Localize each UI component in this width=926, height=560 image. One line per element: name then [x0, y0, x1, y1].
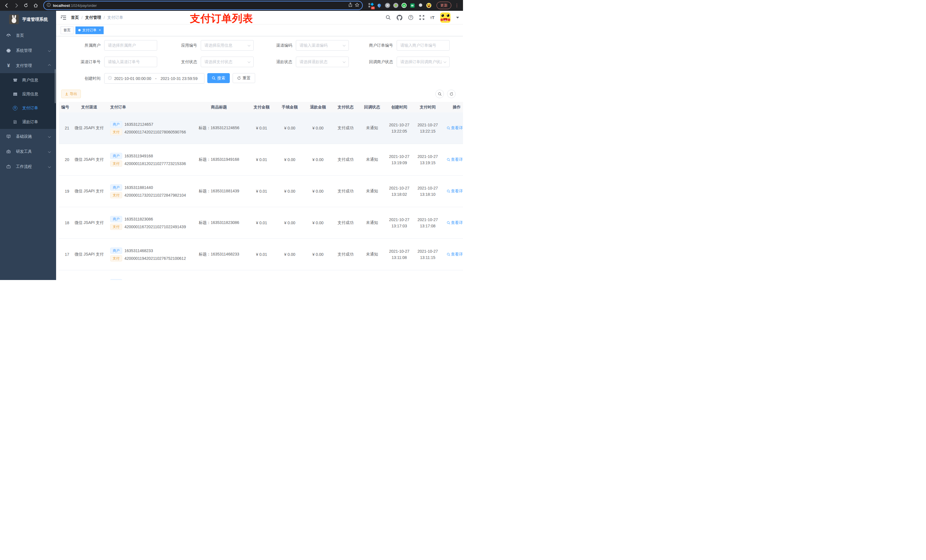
merchant-order-no: 1635311823086: [124, 217, 153, 221]
search-icon[interactable]: [386, 15, 391, 20]
extension-chat-icon[interactable]: [410, 3, 415, 8]
channel-order-no-input[interactable]: 请输入渠道订单号: [104, 57, 157, 67]
app-logo[interactable]: 芋道管理系统: [0, 11, 56, 28]
extension-command-icon[interactable]: ⌘: [385, 3, 390, 8]
fee-amount: ¥ 0.00: [275, 189, 304, 193]
channel-code-select[interactable]: 请输入渠道编码: [296, 40, 349, 51]
collapse-sidebar-icon[interactable]: [61, 15, 67, 21]
notify-status: 未通知: [359, 252, 385, 257]
pay-order-cell: 商户1635312124657 支付4200001174202110278060…: [108, 120, 191, 137]
briefcase-icon: [6, 165, 11, 169]
fee-amount: ¥ 0.00: [275, 252, 304, 257]
chrome-menu-icon[interactable]: ⋮: [454, 3, 460, 8]
help-icon[interactable]: ?: [408, 15, 413, 20]
refresh-table-button[interactable]: [447, 90, 455, 98]
merchant-select[interactable]: 请选择所属商户: [104, 40, 157, 51]
grid-icon: [12, 92, 18, 96]
github-icon[interactable]: [396, 15, 402, 21]
logo-rabbit-image: [9, 15, 19, 24]
close-tab-icon[interactable]: ×: [99, 28, 101, 32]
reset-button[interactable]: 重置: [233, 73, 255, 83]
address-bar[interactable]: localhost:1024/pay/order: [44, 2, 362, 9]
view-detail-link[interactable]: 查看详情: [447, 252, 463, 257]
pay-status: 支付成功: [332, 125, 359, 131]
extension-drop-icon[interactable]: [377, 3, 382, 8]
extension-recorder-icon[interactable]: [393, 3, 398, 8]
tag-pay-order[interactable]: 支付订单 ×: [76, 26, 104, 34]
date-range-picker[interactable]: 2021-10-01 00:00:00 - 2021-10-31 23:59:5…: [104, 73, 204, 84]
chevron-down-icon: [443, 60, 446, 63]
chevron-down-icon: [48, 135, 51, 138]
sidebar-item-app-info[interactable]: 应用信息: [0, 87, 56, 101]
table-row: 17 微信 JSAPI 支付 商户1635311468233 支付4200001…: [59, 239, 463, 270]
sidebar-item-merchant-info[interactable]: 商户信息: [0, 73, 56, 87]
search-button[interactable]: 搜索: [207, 73, 230, 83]
pay-status-select[interactable]: 请选择支付状态: [201, 57, 254, 67]
merchant-tag: 商户: [110, 216, 122, 222]
pay-order-cell: 商户1635311468233 支付4200001194202110276752…: [108, 246, 191, 263]
back-icon[interactable]: [3, 2, 10, 9]
pay-amount: ¥ 0.01: [247, 126, 275, 130]
user-avatar[interactable]: [440, 12, 451, 23]
date-start: 2021-10-01 00:00:00: [114, 76, 151, 81]
app-select[interactable]: 请选择应用信息: [201, 40, 254, 51]
share-icon[interactable]: [348, 3, 353, 8]
view-detail-link[interactable]: 查看详情: [447, 189, 463, 194]
payment-submenu: 商户信息 应用信息 ¥ 支付订单 退款订单: [0, 73, 56, 129]
sidebar-item-home[interactable]: 首页: [0, 28, 56, 43]
created-time: 2021-10-2713:17:03: [385, 217, 413, 229]
extension-badge-icon[interactable]: 10: [368, 3, 374, 8]
notify-status-select[interactable]: 请选择订单回调商户状态: [396, 57, 449, 67]
chevron-down-icon: [48, 165, 51, 168]
sidebar-item-devtools[interactable]: 研发工具: [0, 144, 56, 159]
sidebar-item-system[interactable]: 系统管理: [0, 43, 56, 58]
user-menu-caret-icon[interactable]: [456, 17, 459, 18]
sidebar-scrollbar[interactable]: [54, 69, 56, 103]
pay-tag: 支付: [110, 192, 122, 198]
sidebar-item-refund-order[interactable]: 退款订单: [0, 115, 56, 129]
font-size-icon[interactable]: TT: [430, 15, 434, 20]
pay-amount: ¥ 0.01: [247, 252, 275, 257]
tag-home[interactable]: 首页: [61, 26, 73, 34]
store-icon: [12, 78, 18, 82]
view-detail-link[interactable]: 查看详情: [447, 157, 463, 162]
sidebar-item-workflow[interactable]: 工作流程: [0, 159, 56, 174]
chrome-update-button[interactable]: 更新: [437, 2, 451, 9]
site-info-icon[interactable]: [47, 3, 51, 8]
sidebar-item-payment[interactable]: ¥ 支付管理: [0, 58, 56, 73]
goods-title: 标题：1635311468233: [191, 252, 247, 257]
extensions-puzzle-icon[interactable]: [418, 3, 423, 8]
pay-channel: 微信 JSAPI 支付: [70, 189, 108, 194]
app-title: 芋道管理系统: [22, 17, 48, 22]
breadcrumb-home[interactable]: 首页: [71, 15, 79, 20]
extension-y-icon[interactable]: y: [401, 3, 407, 8]
merchant-order-no: 1635311949168: [124, 154, 153, 158]
reload-icon[interactable]: [22, 2, 30, 9]
created-time: 2021-10-2713:18:02: [385, 185, 413, 198]
bookmark-star-icon[interactable]: [355, 3, 359, 8]
pay-order-cell: 商户1635311823086 支付4200001167202110271022…: [108, 214, 191, 231]
sidebar-item-infra[interactable]: 基础设施: [0, 129, 56, 144]
show-search-button[interactable]: [436, 90, 444, 98]
forward-icon[interactable]: [12, 2, 20, 9]
breadcrumb-payment[interactable]: 支付管理: [85, 15, 101, 20]
paid-time: 2021-10-2713:19:15: [413, 153, 442, 166]
view-detail-link[interactable]: 查看详情: [447, 125, 463, 131]
fullscreen-icon[interactable]: [419, 15, 425, 20]
notify-status: 未通知: [359, 220, 385, 225]
merchant-order-no-input[interactable]: 请输入商户订单编号: [396, 40, 449, 51]
table-row: 21 微信 JSAPI 支付 商户1635312124657 支付4200001…: [59, 112, 463, 144]
sidebar-item-pay-order[interactable]: ¥ 支付订单: [0, 101, 56, 115]
refund-status-select[interactable]: 请选择退款状态: [296, 57, 349, 67]
home-icon[interactable]: [32, 2, 39, 9]
export-button[interactable]: 导出: [61, 90, 81, 98]
merchant-tag: 商户: [110, 153, 122, 159]
paid-time: 2021-10-2713:11:15: [413, 248, 442, 261]
profile-emoji-icon[interactable]: [426, 3, 431, 8]
refund-amount: ¥ 0.00: [304, 157, 332, 162]
merchant-order-no: 1635311881440: [124, 185, 153, 190]
pay-status: 支付成功: [332, 189, 359, 194]
view-detail-link[interactable]: 查看详情: [447, 220, 463, 225]
refund-amount: ¥ 0.00: [304, 126, 332, 130]
channel-pay-no: 4200001174202110278060590766: [124, 130, 186, 134]
